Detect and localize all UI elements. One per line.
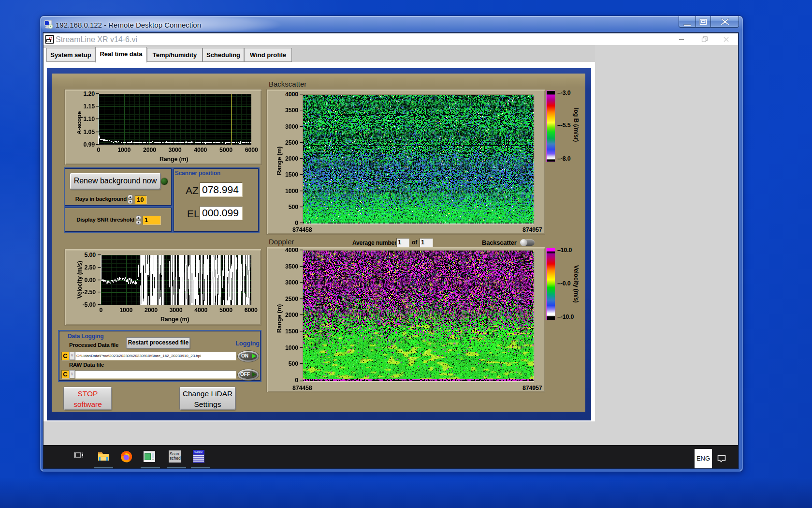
svg-text:sched: sched [170, 456, 181, 461]
svg-text:WEEK: WEEK [194, 451, 203, 454]
